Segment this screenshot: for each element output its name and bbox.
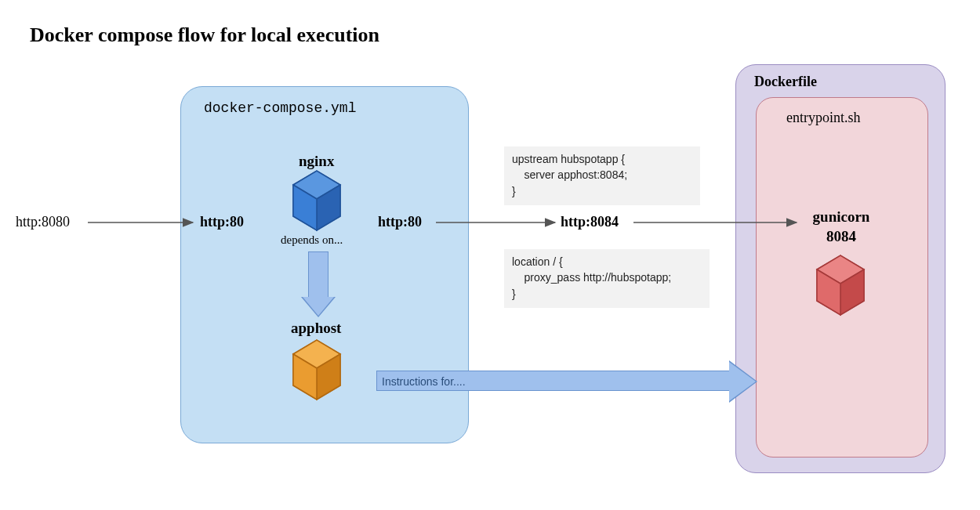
apphost-port-label: http:8084: [561, 214, 619, 230]
instructions-arrow-label: Instructions for....: [382, 375, 466, 388]
depends-on-arrow-head-fill: [303, 297, 334, 316]
instructions-arrow-body: Instructions for....: [376, 371, 729, 391]
nginx-port-in-label: http:80: [200, 214, 244, 230]
gunicorn-label: gunicorn 8084: [802, 208, 880, 246]
apphost-service-label: apphost: [291, 320, 341, 337]
docker-compose-filename: docker-compose.yml: [204, 100, 356, 116]
depends-on-arrow: [308, 251, 328, 298]
depends-on-label: depends on...: [281, 233, 343, 247]
external-port-label: http:8080: [16, 214, 70, 230]
entrypoint-label: entrypoint.sh: [786, 110, 861, 126]
entrypoint-container: [756, 97, 928, 458]
dockerfile-label: Dockerfile: [754, 74, 817, 90]
nginx-upstream-config: upstream hubspotapp { server apphost:808…: [504, 146, 700, 205]
nginx-port-out-label: http:80: [378, 214, 422, 230]
instructions-arrow-head-fill: [729, 362, 756, 401]
diagram-stage: Docker compose flow for local execution …: [0, 0, 980, 510]
nginx-location-config: location / { proxy_pass http://hubspotap…: [504, 249, 710, 308]
nginx-service-label: nginx: [299, 153, 334, 170]
diagram-title: Docker compose flow for local execution: [30, 24, 379, 47]
